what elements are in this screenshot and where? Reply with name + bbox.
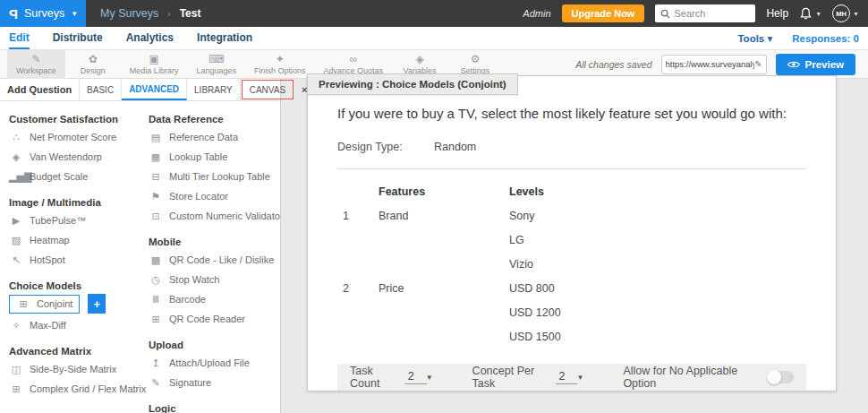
question-type-reference-data[interactable]: ▤Reference Data [149, 127, 280, 147]
question-panel-tabs: Add QuestionBASICADVANCEDLIBRARYCANVAS× [0, 79, 280, 101]
panel-tab-advanced[interactable]: ADVANCED [122, 79, 187, 100]
question-type-hotspot[interactable]: ↖HotSpot [9, 250, 143, 270]
global-search[interactable] [655, 4, 755, 22]
nav-tab-integration[interactable]: Integration [197, 27, 252, 49]
advance-quotas-link-icon: ∞ [349, 54, 357, 65]
hotspot-cursor-icon: ↖ [9, 254, 23, 266]
question-type-attach-upload-file[interactable]: ↥Attach/Upload File [149, 353, 280, 373]
panel-tab-add-question[interactable]: Add Question [0, 79, 80, 100]
panel-tab-basic[interactable]: BASIC [80, 79, 122, 100]
budget-scale-chart-icon: ▂▅▇ [9, 171, 23, 183]
admin-label[interactable]: Admin [523, 8, 550, 19]
question-type-budget-scale[interactable]: ▂▅▇Budget Scale [9, 167, 143, 186]
task-count-select[interactable]: Task Count 2 ▼ [350, 365, 433, 390]
account-menu[interactable]: MH ▼ [832, 4, 859, 22]
van-westendorp-tag-icon: ◈ [9, 151, 23, 163]
top-bar: P Surveys ▼ My Surveys › Test Admin Upgr… [0, 0, 868, 27]
question-type-conjoint[interactable]: ⊞Conjoint [9, 295, 80, 314]
allow-no-option-toggle[interactable] [767, 371, 794, 383]
surveys-product-switcher[interactable]: P Surveys ▼ [0, 0, 86, 27]
attach-upload-file-icon: ↥ [149, 357, 163, 369]
nav-right: Tools ▾ Responses: 0 [737, 27, 859, 49]
feature-level-row: Vizio [337, 253, 806, 277]
question-type-label: Conjoint [37, 298, 72, 309]
question-type-qr-code-like-dislike[interactable]: ▩QR Code - Like / Dislike [149, 250, 280, 270]
product-label: Surveys [24, 7, 64, 20]
tools-menu[interactable]: Tools ▾ [737, 32, 772, 45]
toolbar-item-languages[interactable]: ⌨Languages [187, 50, 245, 79]
task-count-label: Task Count [350, 365, 396, 390]
notifications-menu[interactable]: ▼ [799, 6, 821, 21]
group-heading-upload: Upload [149, 340, 280, 350]
variables-tag-icon: ◈ [415, 54, 423, 65]
breadcrumb-my-surveys[interactable]: My Surveys [100, 7, 158, 20]
preview-button[interactable]: Preview [776, 54, 855, 75]
nav-tab-edit[interactable]: Edit [9, 27, 30, 49]
question-type-label: Barcode [169, 294, 206, 305]
question-type-max-diff[interactable]: ✧Max-Diff [9, 315, 143, 335]
chevron-down-icon: ▼ [815, 11, 821, 17]
question-type-stop-watch[interactable]: ◷Stop Watch [149, 270, 280, 289]
responses-count-link[interactable]: Responses: 0 [792, 33, 859, 44]
task-count-value: 2 [404, 370, 427, 384]
questionpro-logo-icon: P [9, 6, 18, 22]
survey-url-input[interactable] [666, 59, 755, 69]
question-type-custom-numeric-validator[interactable]: ⊡Custom Numeric Validator [149, 206, 280, 226]
toolbar-item-media-library[interactable]: ▣Media Library [121, 50, 188, 79]
chevron-down-icon: ▼ [71, 10, 78, 18]
question-type-van-westendorp[interactable]: ◈Van Westendorp [9, 147, 143, 167]
question-type-store-locator[interactable]: ⚑Store Locator [149, 186, 280, 206]
allow-no-option-label: Allow for No Applicable Option [623, 365, 758, 390]
toolbar-item-design[interactable]: ✿Design [65, 50, 121, 79]
nav-tab-distribute[interactable]: Distribute [53, 27, 103, 49]
group-heading-logic: Logic [149, 403, 280, 413]
question-type-qr-code-reader[interactable]: ⊞QR Code Reader [149, 309, 280, 329]
toolbar-item-workspace[interactable]: ✎Workspace [7, 50, 65, 79]
survey-url-field[interactable]: ✎ [661, 55, 767, 74]
search-input[interactable] [674, 8, 745, 19]
panel-tab-library[interactable]: LIBRARY [187, 79, 241, 100]
question-type-label: Lookup Table [169, 151, 227, 162]
question-text: If you were to buy a TV, select the most… [337, 106, 806, 121]
concept-per-task-select[interactable]: Concept Per Task 2 ▼ [472, 365, 584, 390]
level-value: LG [509, 228, 806, 253]
question-type-heatmap[interactable]: ▨Heatmap [9, 230, 143, 250]
question-type-conjoint-selected: ⊞Conjoint+ [9, 294, 143, 314]
media-library-icon: ▣ [149, 54, 158, 65]
question-type-label: Net Promoter Score [30, 132, 116, 142]
chevron-down-icon: ▼ [576, 374, 583, 382]
levels-column-header: Levels [509, 180, 806, 204]
signature-pencil-icon: ✎ [149, 377, 163, 389]
group-heading-mobile: Mobile [149, 237, 280, 247]
store-locator-pin-icon: ⚑ [149, 191, 163, 202]
qr-code-reader-icon: ⊞ [149, 314, 163, 325]
add-conjoint-button[interactable]: + [88, 294, 106, 314]
heatmap-image-icon: ▨ [9, 235, 23, 246]
question-type-lookup-table[interactable]: ▦Lookup Table [149, 147, 280, 167]
design-type-label: Design Type: [337, 141, 434, 153]
question-type-net-promoter-score[interactable]: ∴Net Promoter Score [9, 127, 143, 147]
question-type-barcode[interactable]: ⅢBarcode [149, 289, 280, 309]
complex-grid-flex-matrix-icon: ⊞ [9, 383, 23, 395]
avatar: MH [832, 4, 850, 22]
question-type-side-by-side-matrix[interactable]: ◫Side-By-Side Matrix [9, 359, 143, 379]
question-type-label: QR Code Reader [169, 314, 245, 324]
design-palette-icon: ✿ [89, 54, 98, 65]
feature-name: Brand [379, 204, 509, 228]
edit-url-pencil-icon[interactable]: ✎ [754, 59, 762, 69]
question-type-tubepulse[interactable]: ▶TubePulse™ [9, 211, 143, 230]
nav-tab-analytics[interactable]: Analytics [126, 27, 174, 49]
upgrade-now-button[interactable]: Upgrade Now [562, 4, 645, 22]
toolbar-item-finish-options[interactable]: ✦Finish Options [245, 50, 315, 79]
question-type-label: Complex Grid / Flex Matrix [30, 383, 146, 394]
bell-icon [799, 6, 813, 21]
chevron-down-icon: ▼ [853, 11, 859, 17]
breadcrumb-survey-name: Test [180, 7, 201, 20]
question-type-signature[interactable]: ✎Signature [149, 373, 280, 392]
chevron-down-icon: ▼ [426, 374, 433, 382]
question-type-complex-grid-flex-matrix[interactable]: ⊞Complex Grid / Flex Matrix [9, 379, 143, 399]
question-type-multi-tier-lookup-table[interactable]: ⊟Multi Tier Lookup Table [149, 167, 280, 186]
net-promoter-score-icon: ∴ [9, 132, 23, 143]
previewing-label: Previewing : Choice Models (Conjoint) [307, 73, 518, 95]
help-link[interactable]: Help [766, 7, 788, 20]
